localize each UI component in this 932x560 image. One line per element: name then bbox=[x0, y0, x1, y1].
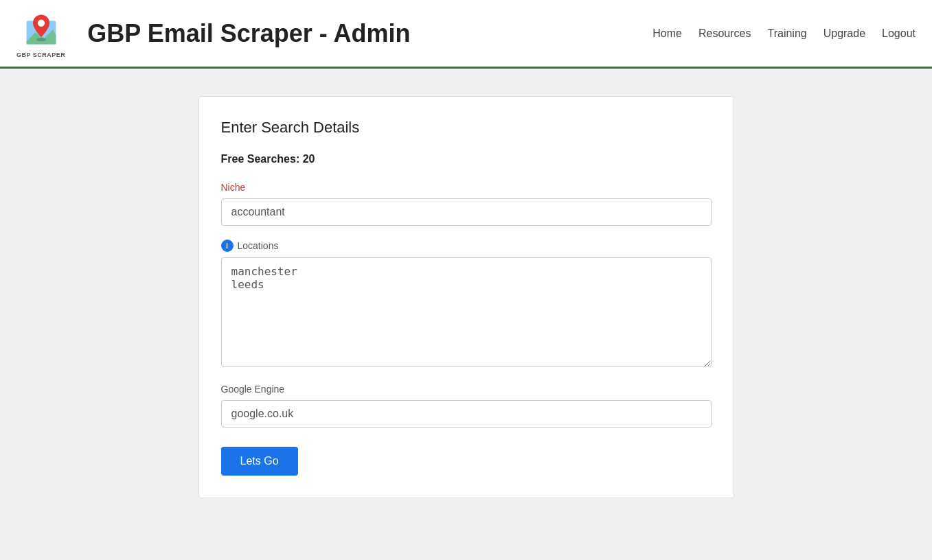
logo-icon bbox=[21, 9, 62, 50]
google-engine-field-group: Google Engine bbox=[221, 384, 712, 428]
logo-label: GBP SCRAPER bbox=[16, 51, 65, 58]
search-form-card: Enter Search Details Free Searches: 20 N… bbox=[198, 96, 734, 498]
nav-home[interactable]: Home bbox=[652, 27, 682, 40]
google-engine-label: Google Engine bbox=[221, 384, 712, 395]
niche-field-group: Niche bbox=[221, 182, 712, 226]
locations-label: Locations bbox=[238, 240, 279, 251]
google-engine-input[interactable] bbox=[221, 400, 712, 428]
svg-point-3 bbox=[38, 19, 45, 26]
page-title: GBP Email Scraper - Admin bbox=[87, 19, 652, 48]
main-content: Enter Search Details Free Searches: 20 N… bbox=[0, 69, 932, 526]
form-title: Enter Search Details bbox=[221, 119, 712, 137]
niche-label: Niche bbox=[221, 182, 712, 193]
info-icon: i bbox=[221, 240, 234, 252]
header: GBP SCRAPER GBP Email Scraper - Admin Ho… bbox=[0, 0, 932, 69]
nav-training[interactable]: Training bbox=[767, 27, 806, 40]
nav-upgrade[interactable]: Upgrade bbox=[823, 27, 865, 40]
niche-input[interactable] bbox=[221, 198, 712, 226]
free-searches-count: Free Searches: 20 bbox=[221, 153, 712, 165]
locations-label-container: i Locations bbox=[221, 240, 712, 252]
submit-button[interactable]: Lets Go bbox=[221, 447, 298, 476]
locations-field-group: i Locations manchester leeds bbox=[221, 240, 712, 370]
main-nav: Home Resources Training Upgrade Logout bbox=[652, 27, 916, 40]
nav-resources[interactable]: Resources bbox=[698, 27, 751, 40]
svg-point-2 bbox=[36, 38, 46, 41]
locations-textarea[interactable]: manchester leeds bbox=[221, 257, 712, 367]
nav-logout[interactable]: Logout bbox=[882, 27, 916, 40]
logo-area: GBP SCRAPER bbox=[16, 9, 65, 58]
